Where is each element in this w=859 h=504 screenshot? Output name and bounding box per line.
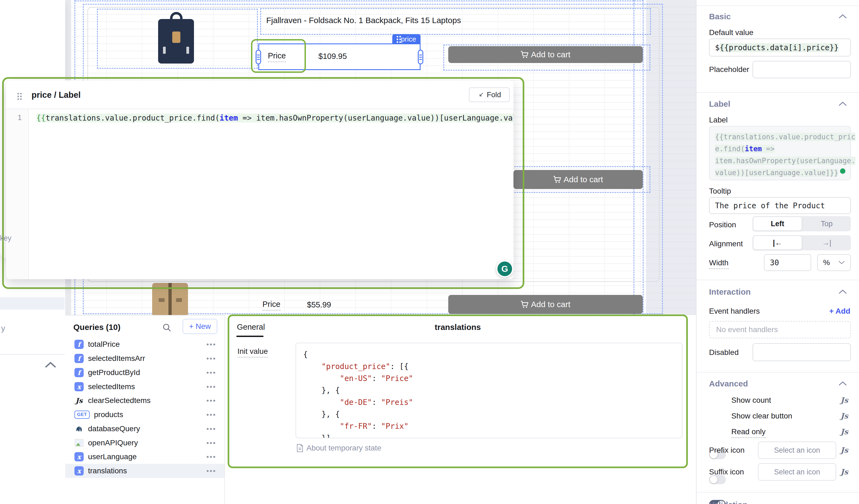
section-divider: [696, 280, 859, 280]
width-unit-select[interactable]: %: [817, 254, 851, 271]
query-label: translations: [88, 467, 207, 475]
add-to-cart-label: Add to cart: [531, 50, 570, 59]
position-option-top[interactable]: Top: [802, 216, 851, 231]
about-temporary-state-link[interactable]: About temporary state: [296, 444, 381, 453]
query-row-selectedItemsArr[interactable]: f selectedItemsArr •••: [65, 351, 224, 366]
selection-badge[interactable]: price: [392, 34, 421, 44]
section-divider: [696, 372, 859, 372]
fold-button[interactable]: Fold: [469, 88, 510, 102]
disabled-label: Disabled: [709, 348, 739, 357]
query-menu-icon[interactable]: •••: [207, 453, 216, 461]
align-left-icon[interactable]: |←: [753, 236, 802, 249]
query-menu-icon[interactable]: •••: [207, 396, 216, 405]
query-row-clearSelectedtems[interactable]: Js clearSelectedtems •••: [65, 394, 224, 408]
show-clear-button-toggle[interactable]: [709, 475, 726, 484]
add-to-cart-button[interactable]: Add to cart: [448, 295, 643, 314]
drag-handle-icon[interactable]: [397, 36, 398, 37]
tooltip-label: Tooltip: [709, 187, 731, 196]
query-menu-icon[interactable]: •••: [207, 425, 216, 433]
prefix-icon-select-button[interactable]: Select an icon: [758, 442, 836, 459]
query-row-totalPrice[interactable]: f totalPrice •••: [65, 337, 224, 351]
inspector-panel: Basic Default value ${{products.data[i].…: [696, 0, 859, 504]
default-value-input[interactable]: ${{products.data[i].price}}: [709, 39, 851, 57]
width-input[interactable]: 30: [764, 254, 811, 271]
add-to-cart-button[interactable]: Add to cart: [448, 46, 643, 63]
query-row-databaseQuery[interactable]: databaseQuery •••: [65, 422, 224, 436]
label-code-line: {{translations.value.product_pric: [715, 131, 845, 143]
init-value-editor[interactable]: { "product_price": [{ "en-US": "Price" }…: [296, 343, 682, 438]
query-label: getProductById: [88, 368, 207, 377]
section-header-advanced[interactable]: Advanced: [709, 379, 748, 388]
code-editor-popup: price / Label Fold 1 {{translations.valu…: [6, 80, 513, 279]
js-toggle-icon[interactable]: Js: [841, 427, 848, 436]
line-number-gutter: 1: [6, 109, 29, 279]
cart-icon: [521, 300, 529, 309]
resize-handle-right[interactable]: [418, 50, 423, 64]
align-right-icon[interactable]: →|: [802, 235, 851, 250]
chevron-up-icon[interactable]: [838, 14, 847, 19]
label-code-input[interactable]: {{translations.value.product_pric e.find…: [709, 126, 851, 180]
chevron-up-icon[interactable]: [838, 101, 847, 106]
query-menu-icon[interactable]: •••: [207, 467, 216, 475]
default-value-expression: {{products.data[i].price}}: [720, 43, 839, 52]
chevron-up-icon[interactable]: [838, 289, 847, 294]
price-label[interactable]: Price: [262, 300, 280, 311]
jacket-pocket: [176, 298, 182, 302]
price-widget-value[interactable]: $109.95: [318, 52, 347, 61]
query-menu-icon[interactable]: •••: [207, 411, 216, 419]
state-editor-panel: General translations Init value { "produ…: [228, 315, 688, 468]
suffix-icon-select-button[interactable]: Select an icon: [758, 463, 836, 480]
section-header-interaction[interactable]: Interaction: [709, 287, 751, 296]
query-row-openAPIQuery[interactable]: openAPIQuery •••: [65, 436, 224, 450]
new-query-button[interactable]: + New: [183, 319, 217, 334]
add-to-cart-button[interactable]: Add to cart: [513, 170, 643, 189]
tooltip-input[interactable]: The price of the Product: [709, 197, 851, 214]
query-row-products[interactable]: GET products •••: [65, 408, 224, 422]
chevron-up-icon[interactable]: [838, 381, 847, 386]
fold-icon: [478, 91, 485, 98]
line-number: 1: [18, 113, 22, 122]
query-menu-icon[interactable]: •••: [207, 354, 216, 363]
search-icon[interactable]: [162, 323, 172, 332]
query-menu-icon[interactable]: •••: [207, 368, 216, 377]
js-toggle-icon[interactable]: Js: [841, 396, 848, 404]
js-toggle-icon[interactable]: Js: [841, 446, 848, 454]
add-to-cart-label: Add to cart: [563, 175, 603, 184]
left-highlight-row[interactable]: [0, 297, 65, 309]
json-line: "product_price": [{: [303, 361, 675, 372]
queries-panel-title: Queries (10): [73, 323, 120, 332]
query-row-getProductById[interactable]: f getProductById •••: [65, 366, 224, 380]
disabled-input[interactable]: [753, 343, 851, 361]
code-expression[interactable]: {{translations.value.product_price.find(…: [36, 113, 513, 122]
collapse-chevron-icon[interactable]: [45, 361, 57, 368]
price-value[interactable]: $55.99: [307, 300, 331, 309]
backpack-patch: [172, 31, 180, 43]
position-segmented-control: Left Top: [753, 216, 851, 231]
show-clear-button-label: Show clear button: [731, 412, 792, 421]
query-row-translations[interactable]: x translations •••: [65, 464, 224, 478]
js-toggle-icon[interactable]: Js: [841, 468, 848, 476]
add-to-cart-label: Add to cart: [531, 300, 570, 309]
document-icon: [296, 444, 304, 452]
chevron-down-icon: [838, 260, 845, 265]
query-menu-icon[interactable]: •••: [207, 439, 216, 447]
drag-handle-icon[interactable]: [17, 93, 19, 94]
grammarly-badge[interactable]: G: [496, 260, 513, 277]
json-line: {: [303, 349, 675, 361]
section-header-basic[interactable]: Basic: [709, 12, 731, 21]
position-option-left[interactable]: Left: [753, 217, 802, 231]
query-label: totalPrice: [88, 340, 207, 349]
placeholder-input[interactable]: [753, 61, 851, 78]
js-toggle-icon[interactable]: Js: [841, 412, 848, 420]
variable-icon: x: [74, 466, 84, 475]
query-menu-icon[interactable]: •••: [207, 340, 216, 349]
section-header-validation-partial[interactable]: Validation: [709, 500, 748, 504]
product-title[interactable]: Fjallraven - Foldsack No. 1 Backpack, Fi…: [266, 16, 461, 25]
no-event-handlers-box: No event handlers: [709, 321, 851, 338]
query-row-userLanguage[interactable]: x userLanguage •••: [65, 450, 224, 464]
section-header-label[interactable]: Label: [709, 100, 730, 109]
app-screen: Fjallraven - Foldsack No. 1 Backpack, Fi…: [0, 0, 859, 504]
query-menu-icon[interactable]: •••: [207, 383, 216, 391]
add-event-handler-button[interactable]: + Add: [829, 307, 850, 316]
query-row-selectedItems[interactable]: x selectedItems •••: [65, 380, 224, 394]
